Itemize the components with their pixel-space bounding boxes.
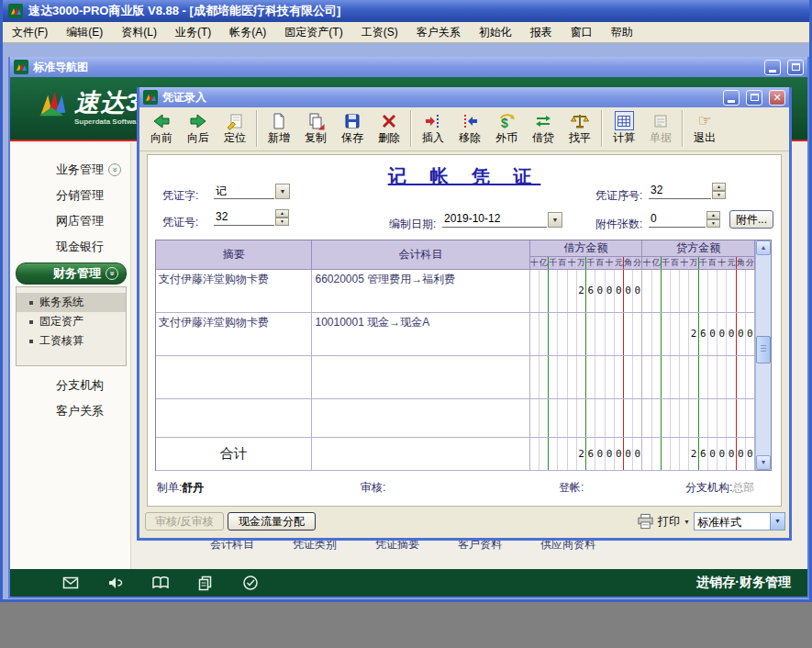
remove-row-button[interactable]: 移除 [451, 110, 488, 147]
dialog-minimize-button[interactable] [723, 90, 740, 106]
cell-summary[interactable] [156, 399, 312, 438]
voucher-footer: 制单:舒丹 审核: 登帐: 分支机构:总部 [148, 480, 781, 498]
sidebar-item-crm[interactable]: 客户关系 [10, 401, 130, 421]
voucher-seq-spinner[interactable]: ▲▼ [712, 183, 726, 199]
table-row[interactable] [156, 399, 755, 438]
voucher-word-dropdown[interactable]: ▼ [275, 184, 290, 199]
book-icon[interactable] [151, 574, 170, 592]
delete-button[interactable]: 删除 [371, 110, 407, 147]
menu-edit[interactable]: 编辑(E) [57, 22, 112, 42]
cell-account[interactable] [312, 356, 529, 399]
sidebar-item-branches[interactable]: 分支机构 [10, 375, 130, 396]
cell-debit[interactable] [530, 356, 643, 399]
print-style-combobox[interactable]: 标准样式 ▼ [694, 512, 785, 531]
menu-data[interactable]: 资料(L) [112, 22, 166, 42]
cell-account[interactable]: 66020005 管理费用→福利费 [312, 270, 529, 313]
col-header-debit: 借方金额 十亿千百十万千百十元角分 [530, 240, 643, 270]
debit-credit-button[interactable]: 借贷 [525, 110, 562, 147]
attach-count-field[interactable]: 0 [649, 212, 706, 228]
digit-cell [586, 313, 595, 355]
cell-credit[interactable] [642, 270, 755, 313]
voucher-no-field[interactable]: 32 [214, 210, 274, 226]
voucher-seq-field[interactable]: 32 [649, 184, 711, 199]
sidebar-item-distribution[interactable]: 分销管理 [10, 185, 130, 206]
digit-cell [558, 270, 567, 312]
scroll-down-arrow[interactable]: ▼ [756, 455, 771, 470]
date-dropdown[interactable]: ▼ [548, 212, 562, 228]
digit-cell [699, 399, 708, 437]
voucher-no-spinner[interactable]: ▲▼ [275, 209, 289, 226]
digit-unit-label: 千 [662, 257, 671, 269]
menu-reports[interactable]: 报表 [521, 22, 562, 42]
date-field[interactable]: 2019-10-12 [442, 212, 547, 228]
attach-count-spinner[interactable]: ▲▼ [706, 211, 720, 228]
digit-cell [680, 356, 689, 398]
prev-button[interactable]: 向前 [143, 110, 180, 147]
nav-maximize-button[interactable] [787, 60, 804, 75]
calculate-button[interactable]: 计算 [606, 110, 642, 147]
scroll-up-arrow[interactable]: ▲ [756, 240, 771, 255]
maker-label: 制单:舒丹 [157, 480, 204, 496]
sidebar-item-cashbank[interactable]: 现金银行 [10, 237, 130, 257]
digit-cell: 2 [577, 270, 586, 312]
cell-account[interactable] [312, 399, 529, 438]
cell-credit[interactable]: 2600000 [642, 313, 755, 356]
check-clock-icon[interactable] [241, 574, 260, 592]
cashflow-allocation-button[interactable]: 现金流量分配 [228, 512, 316, 531]
attachment-button[interactable]: 附件... [729, 210, 773, 229]
table-scrollbar[interactable]: ▲ ▼ [755, 240, 771, 470]
copy-button[interactable]: 复制 [297, 110, 334, 147]
menu-help[interactable]: 帮助 [602, 22, 642, 42]
dialog-close-button[interactable]: ✕ [769, 90, 785, 106]
cell-debit[interactable]: 2600000 [530, 270, 643, 313]
dialog-actions: 审核/反审核 现金流量分配 打印 ▼ 标准样式 ▼ [139, 512, 789, 532]
insert-row-button[interactable]: 插入 [415, 110, 451, 147]
sub-item-fixed-assets[interactable]: 固定资产 [17, 312, 126, 331]
sub-item-payroll[interactable]: 工资核算 [17, 331, 126, 351]
exit-button[interactable]: ☞ 退出 [686, 110, 723, 147]
sidebar-item-eshop[interactable]: 网店管理 [10, 211, 130, 231]
next-button[interactable]: 向后 [180, 110, 217, 147]
menu-fixed-assets[interactable]: 固定资产(T) [275, 22, 351, 42]
print-button[interactable]: 打印 ▼ [637, 513, 690, 530]
foreign-currency-button[interactable]: $ 外币 [488, 110, 525, 147]
mail-icon[interactable] [61, 574, 80, 592]
menu-init[interactable]: 初始化 [470, 22, 521, 42]
balance-button[interactable]: 找平 [562, 110, 598, 147]
voucher-word-field[interactable]: 记 [214, 184, 274, 199]
menu-payroll[interactable]: 工资(S) [352, 22, 407, 42]
sidebar-item-finance-selected[interactable]: 财务管理 « [16, 263, 127, 285]
cell-credit[interactable] [642, 356, 755, 399]
combobox-arrow-icon[interactable]: ▼ [770, 513, 784, 530]
cell-account[interactable]: 10010001 现金→现金A [312, 313, 529, 356]
nav-sidebar: 业务管理 « 分销管理 网店管理 现金银行 [10, 143, 131, 569]
sidebar-item-business[interactable]: 业务管理 « [10, 160, 130, 180]
menu-crm[interactable]: 客户关系 [407, 22, 470, 42]
dialog-maximize-button[interactable] [746, 90, 762, 106]
table-row[interactable]: 支付伊藤洋堂购物卡费 66020005 管理费用→福利费 2600000 [156, 270, 755, 313]
table-row[interactable]: 支付伊藤洋堂购物卡费 10010001 现金→现金A 2600000 [156, 313, 755, 356]
documents-icon[interactable] [196, 574, 215, 592]
save-button[interactable]: 保存 [334, 110, 371, 147]
menu-accounting[interactable]: 帐务(A) [220, 22, 275, 42]
digit-cell [558, 313, 567, 355]
sub-item-accounting-system[interactable]: 账务系统 [17, 293, 126, 312]
cell-debit[interactable] [530, 399, 643, 438]
menu-window[interactable]: 窗口 [562, 22, 602, 42]
new-document-icon [270, 111, 289, 130]
table-row[interactable] [156, 356, 755, 399]
cell-credit[interactable] [642, 399, 755, 438]
cell-debit[interactable] [530, 313, 643, 356]
cell-summary[interactable]: 支付伊藤洋堂购物卡费 [156, 313, 312, 356]
scroll-thumb[interactable] [756, 336, 771, 363]
speaker-icon[interactable] [106, 574, 125, 592]
new-button[interactable]: 新增 [261, 110, 297, 147]
digit-unit-label: 十 [530, 257, 539, 269]
menu-file[interactable]: 文件(F) [3, 22, 57, 42]
locate-button[interactable]: 定位 [217, 110, 253, 147]
cell-summary[interactable]: 支付伊藤洋堂购物卡费 [156, 270, 312, 313]
nav-minimize-button[interactable] [764, 60, 781, 75]
total-debit-cell: 2600000 [530, 438, 643, 471]
menu-business[interactable]: 业务(T) [166, 22, 220, 42]
cell-summary[interactable] [156, 356, 312, 399]
